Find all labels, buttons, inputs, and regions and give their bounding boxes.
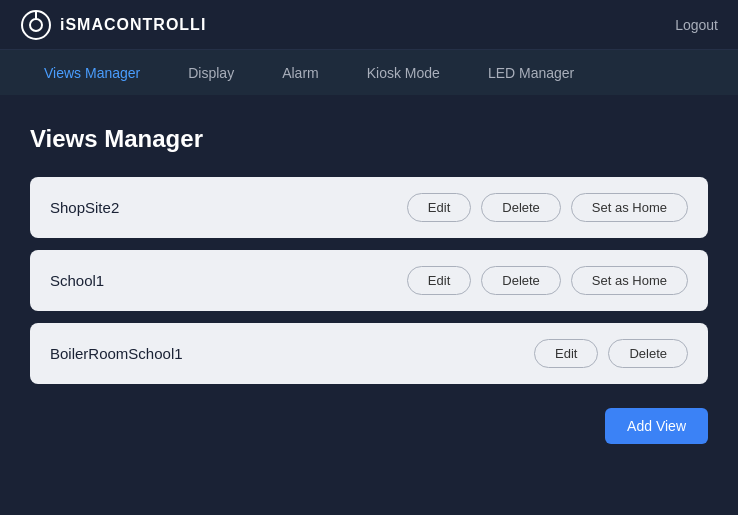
edit-button-school1[interactable]: Edit [407,266,471,295]
delete-button-boilerroom[interactable]: Delete [608,339,688,368]
view-item-school1: School1 Edit Delete Set as Home [30,250,708,311]
logo-text: iSMACONTROLLI [60,16,206,34]
logo-text-regular: iSMA [60,16,104,33]
header: iSMACONTROLLI Logout [0,0,738,50]
edit-button-boilerroom[interactable]: Edit [534,339,598,368]
nav: Views Manager Display Alarm Kiosk Mode L… [0,50,738,95]
nav-item-led-manager[interactable]: LED Manager [464,53,598,93]
view-item-shopsite2: ShopSite2 Edit Delete Set as Home [30,177,708,238]
view-name: BoilerRoomSchool1 [50,345,183,362]
logo-text-bold: CONTROLLI [104,16,206,33]
edit-button-shopsite2[interactable]: Edit [407,193,471,222]
nav-item-alarm[interactable]: Alarm [258,53,343,93]
set-home-button-school1[interactable]: Set as Home [571,266,688,295]
view-actions: Edit Delete Set as Home [407,266,688,295]
page-title: Views Manager [30,125,708,153]
view-actions: Edit Delete [534,339,688,368]
nav-item-kiosk-mode[interactable]: Kiosk Mode [343,53,464,93]
add-view-container: Add View [30,408,708,444]
views-list: ShopSite2 Edit Delete Set as Home School… [30,177,708,384]
view-name: School1 [50,272,104,289]
logo-icon [20,9,52,41]
delete-button-shopsite2[interactable]: Delete [481,193,561,222]
main-content: Views Manager ShopSite2 Edit Delete Set … [0,95,738,464]
nav-item-display[interactable]: Display [164,53,258,93]
delete-button-school1[interactable]: Delete [481,266,561,295]
nav-item-views-manager[interactable]: Views Manager [20,53,164,93]
view-name: ShopSite2 [50,199,119,216]
logout-button[interactable]: Logout [675,17,718,33]
view-actions: Edit Delete Set as Home [407,193,688,222]
add-view-button[interactable]: Add View [605,408,708,444]
view-item-boilerroom: BoilerRoomSchool1 Edit Delete [30,323,708,384]
set-home-button-shopsite2[interactable]: Set as Home [571,193,688,222]
logo: iSMACONTROLLI [20,9,206,41]
svg-point-1 [30,19,42,31]
